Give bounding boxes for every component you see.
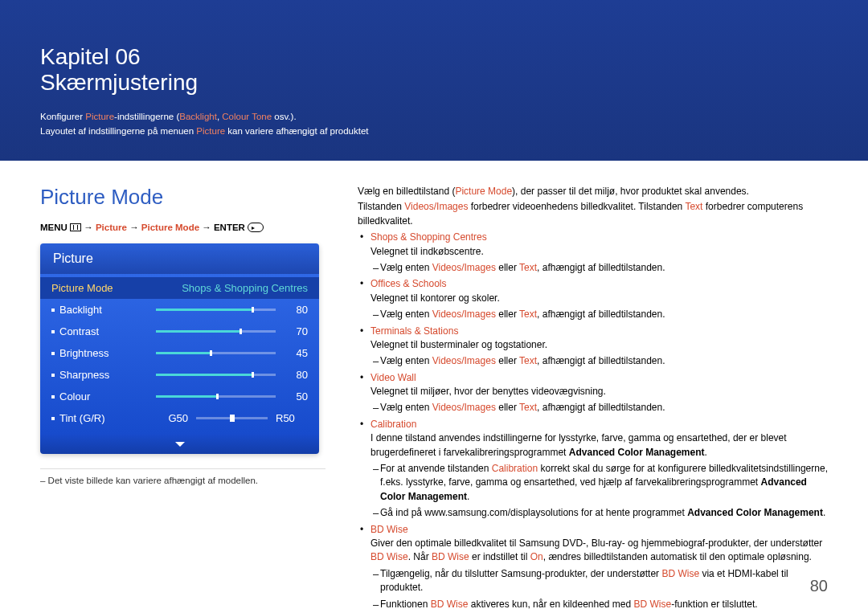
section-heading: Picture Mode	[40, 185, 326, 210]
menu-icon	[70, 223, 81, 231]
osd-slider-row: Brightness45	[40, 342, 319, 364]
menu-path: MENU → Picture → Picture Mode → ENTER	[40, 223, 326, 232]
chapter-title: Kapitel 06 Skærmjustering	[40, 44, 828, 96]
osd-tint-row: Tint (G/R) G50 R50	[40, 407, 319, 429]
mode-item: Offices & SchoolsVelegnet til kontorer o…	[358, 277, 828, 321]
item-calibration: Calibration I denne tilstand anvendes in…	[358, 418, 828, 521]
chapter-header: Kapitel 06 Skærmjustering Konfigurer Pic…	[0, 0, 868, 161]
model-note: Det viste billede kan variere afhængigt …	[40, 476, 326, 485]
mode-item: Video WallVelegnet til miljøer, hvor der…	[358, 371, 828, 415]
mode-item: Terminals & StationsVelegnet til busterm…	[358, 325, 828, 369]
divider	[40, 468, 326, 469]
chevron-down-icon	[175, 442, 185, 447]
page-number: 80	[810, 577, 828, 595]
osd-mode-row: Picture Mode Shops & Shopping Centres	[40, 277, 319, 299]
osd-slider-row: Backlight80	[40, 299, 319, 321]
mode-item: Shops & Shopping CentresVelegnet til ind…	[358, 231, 828, 275]
osd-title: Picture	[40, 243, 319, 274]
osd-slider-row: Contrast70	[40, 321, 319, 342]
chapter-line-1: Kapitel 06	[40, 44, 828, 70]
enter-icon	[248, 223, 264, 232]
osd-scroll-down	[40, 434, 319, 454]
item-bdwise: BD Wise Giver den optimale billedkvalite…	[358, 523, 828, 611]
osd-slider-row: Colour50	[40, 386, 319, 407]
body-text: Vælg en billedtilstand (Picture Mode), d…	[358, 185, 828, 611]
chapter-line-2: Skærmjustering	[40, 70, 828, 96]
osd-preview: Picture Picture Mode Shops & Shopping Ce…	[40, 243, 319, 454]
intro-line-2: Layoutet af indstillingerne på menuen Pi…	[40, 125, 828, 138]
intro-line-1: Konfigurer Picture-indstillingerne (Back…	[40, 110, 828, 124]
osd-slider-row: Sharpness80	[40, 364, 319, 386]
